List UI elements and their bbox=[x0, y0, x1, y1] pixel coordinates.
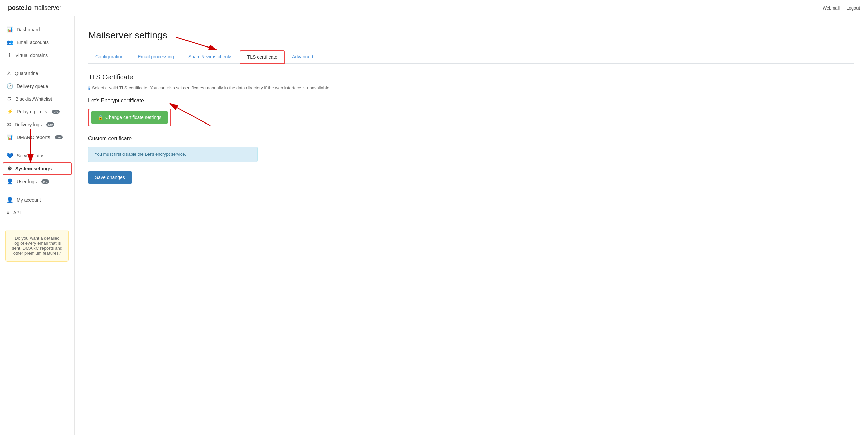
relaying-limits-icon: ⚡ bbox=[7, 109, 13, 115]
delivery-logs-icon: ✉ bbox=[7, 121, 11, 128]
system-settings-icon: ⚙ bbox=[7, 166, 12, 172]
sidebar-item-delivery-logs[interactable]: ✉ Delivery logs pro bbox=[0, 118, 74, 131]
sidebar-label-system-settings: System settings bbox=[15, 166, 52, 171]
delivery-queue-icon: 🕐 bbox=[7, 83, 13, 89]
virtual-domains-icon: 🗄 bbox=[7, 52, 12, 58]
custom-cert-alert-text: You must first disable the Let's encrypt… bbox=[95, 152, 186, 157]
tls-info: ℹ Select a valid TLS certificate. You ca… bbox=[88, 85, 854, 91]
change-cert-box: 🔒 Change certificate settings bbox=[88, 109, 171, 126]
sidebar-item-dmarc-reports[interactable]: 📊 DMARC reports pro bbox=[0, 131, 74, 144]
save-section: Save changes bbox=[88, 171, 854, 184]
dmarc-badge: pro bbox=[55, 135, 63, 139]
info-icon: ℹ bbox=[88, 86, 90, 91]
user-logs-badge: pro bbox=[41, 179, 49, 184]
sidebar-label-email-accounts: Email accounts bbox=[17, 40, 49, 45]
relaying-limits-badge: pro bbox=[52, 110, 60, 114]
change-certificate-button[interactable]: 🔒 Change certificate settings bbox=[91, 111, 168, 124]
sidebar-item-virtual-domains[interactable]: 🗄 Virtual domains bbox=[0, 49, 74, 61]
sidebar-item-server-status[interactable]: 💙 Server status bbox=[0, 149, 74, 162]
custom-cert-title: Custom certificate bbox=[88, 136, 854, 142]
tab-advanced[interactable]: Advanced bbox=[285, 50, 320, 64]
tabs-bar: Configuration Email processing Spam & vi… bbox=[88, 50, 854, 64]
lock-icon: 🔒 bbox=[98, 115, 103, 120]
sidebar-item-relaying-limits[interactable]: ⚡ Relaying limits pro bbox=[0, 105, 74, 118]
user-logs-icon: 👤 bbox=[7, 178, 13, 185]
save-changes-button[interactable]: Save changes bbox=[88, 171, 132, 184]
sidebar-label-quarantine: Quarantine bbox=[15, 71, 38, 76]
sidebar-item-api[interactable]: ≡ API bbox=[0, 206, 74, 219]
topbar-actions: Webmail Logout bbox=[823, 5, 860, 11]
lets-encrypt-title: Let's Encrypt certificate bbox=[88, 98, 854, 104]
tab-spam-virus[interactable]: Spam & virus checks bbox=[181, 50, 240, 64]
sidebar-item-system-settings[interactable]: ⚙ System settings bbox=[3, 162, 72, 175]
change-cert-label: Change certificate settings bbox=[105, 115, 161, 120]
page-title: Mailserver settings bbox=[88, 30, 854, 41]
dmarc-icon: 📊 bbox=[7, 134, 13, 140]
sidebar-item-user-logs[interactable]: 👤 User logs pro bbox=[0, 175, 74, 188]
sidebar-item-email-accounts[interactable]: 👥 Email accounts bbox=[0, 36, 74, 49]
brand-name: poste.io bbox=[8, 4, 32, 11]
sidebar-item-delivery-queue[interactable]: 🕐 Delivery queue bbox=[0, 80, 74, 93]
server-status-icon: 💙 bbox=[7, 153, 13, 159]
sidebar-item-blacklist[interactable]: 🛡 Blacklist/Whitelist bbox=[0, 93, 74, 105]
logout-link[interactable]: Logout bbox=[846, 5, 860, 11]
sidebar-label-blacklist: Blacklist/Whitelist bbox=[15, 96, 52, 102]
sidebar-label-delivery-logs: Delivery logs bbox=[15, 122, 42, 127]
lets-encrypt-section: Let's Encrypt certificate 🔒 Change certi… bbox=[88, 98, 854, 136]
sidebar-label-delivery-queue: Delivery queue bbox=[17, 83, 48, 89]
quarantine-icon: ✳ bbox=[7, 70, 11, 76]
my-account-icon: 👤 bbox=[7, 197, 13, 203]
brand: poste.io mailserver bbox=[8, 4, 61, 12]
sidebar-label-server-status: Server status bbox=[17, 153, 44, 158]
sidebar-label-relaying-limits: Relaying limits bbox=[17, 109, 47, 114]
topbar: poste.io mailserver Webmail Logout bbox=[0, 0, 868, 16]
email-accounts-icon: 👥 bbox=[7, 39, 13, 45]
tab-email-processing[interactable]: Email processing bbox=[131, 50, 181, 64]
sidebar-item-my-account[interactable]: 👤 My account bbox=[0, 193, 74, 206]
main-content: Mailserver settings Configuration Email … bbox=[75, 16, 868, 435]
dashboard-icon: 📊 bbox=[7, 26, 13, 33]
webmail-link[interactable]: Webmail bbox=[823, 5, 840, 11]
sidebar-item-dashboard[interactable]: 📊 Dashboard bbox=[0, 23, 74, 36]
sidebar-label-dashboard: Dashboard bbox=[17, 27, 40, 32]
custom-cert-alert: You must first disable the Let's encrypt… bbox=[88, 147, 258, 162]
layout: 📊 Dashboard 👥 Email accounts 🗄 Virtual d… bbox=[0, 16, 868, 435]
sidebar-label-my-account: My account bbox=[17, 197, 41, 203]
tls-section-title: TLS Certificate bbox=[88, 73, 854, 81]
blacklist-icon: 🛡 bbox=[7, 96, 12, 102]
custom-cert-section: Custom certificate You must first disabl… bbox=[88, 136, 854, 162]
promo-text: Do you want a detailed log of every emai… bbox=[12, 235, 62, 256]
sidebar-label-virtual-domains: Virtual domains bbox=[15, 53, 48, 58]
api-icon: ≡ bbox=[7, 210, 10, 215]
delivery-logs-badge: pro bbox=[46, 122, 54, 127]
sidebar-label-api: API bbox=[13, 210, 21, 215]
tab-tls-certificate[interactable]: TLS certificate bbox=[240, 50, 285, 64]
promo-box: Do you want a detailed log of every emai… bbox=[5, 230, 69, 262]
tab-configuration[interactable]: Configuration bbox=[88, 50, 131, 64]
sidebar-label-dmarc-reports: DMARC reports bbox=[17, 135, 50, 140]
sidebar-item-quarantine[interactable]: ✳ Quarantine bbox=[0, 67, 74, 80]
brand-subtitle: mailserver bbox=[32, 4, 61, 11]
sidebar: 📊 Dashboard 👥 Email accounts 🗄 Virtual d… bbox=[0, 16, 75, 435]
tls-info-text: Select a valid TLS certificate. You can … bbox=[92, 85, 331, 90]
annotation-overlay bbox=[0, 0, 868, 435]
sidebar-label-user-logs: User logs bbox=[17, 179, 37, 184]
